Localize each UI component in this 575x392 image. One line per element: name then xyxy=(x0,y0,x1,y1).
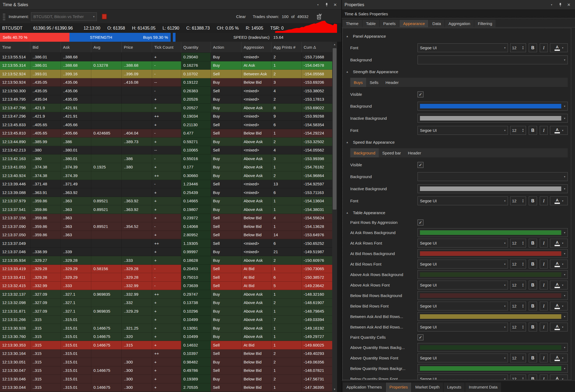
color-select[interactable]: ▾ xyxy=(418,343,568,352)
font-size-stepper[interactable]: 12 ▲▼ xyxy=(510,196,526,205)
stepper-down-icon[interactable]: ▼ xyxy=(522,285,524,287)
subtab-speed-bar[interactable]: Speed bar xyxy=(379,148,404,157)
table-row[interactable]: 12:13:39.088 ..363.91 ..363.92 + 0.25439… xyxy=(0,188,332,197)
font-family-select[interactable]: Segoe UI ▾ xyxy=(418,260,508,269)
table-row[interactable]: 12:13:42.213 ..380 ..380.01 -- 0.10065 S… xyxy=(0,146,332,155)
table-row[interactable]: 12:13:47.796 ..421.9 ..421.91 + 0.20527 … xyxy=(0,104,332,112)
table-row[interactable]: 12:13:30.164 ..315 ..315.01 ++ 0.10397 S… xyxy=(0,349,332,358)
table-row[interactable]: 12:13:45.810 ..405.65 ..405.66 0.424685 … xyxy=(0,129,332,138)
collapse-icon[interactable]: ▲ xyxy=(346,211,349,214)
italic-button[interactable]: I xyxy=(540,354,548,362)
table-row[interactable]: 12:13:41.053 ..374.38 ..374.39 0.1925 ..… xyxy=(0,163,332,172)
color-select[interactable]: ▾ xyxy=(418,312,568,321)
font-family-select[interactable]: Segoe UI ▾ xyxy=(418,323,508,331)
tab-table[interactable]: Table xyxy=(363,20,379,27)
font-size-stepper[interactable]: 12 ▲▼ xyxy=(510,375,526,380)
bold-button[interactable]: B xyxy=(529,260,537,269)
stepper-down-icon[interactable]: ▼ xyxy=(522,264,524,266)
bold-button[interactable]: B xyxy=(529,302,537,310)
italic-button[interactable]: I xyxy=(540,260,548,269)
bold-button[interactable]: B xyxy=(529,126,537,135)
table-row[interactable]: 12:13:37.979 ..359.86 ..363 0.89521 ..36… xyxy=(0,197,332,206)
stepper-down-icon[interactable]: ▼ xyxy=(522,358,524,360)
table-row[interactable]: 12:13:37.541 ..359.86 ..363 0.89521 ..36… xyxy=(0,205,332,214)
scrollbar-thumb[interactable] xyxy=(333,48,336,210)
tab-panels[interactable]: Panels xyxy=(380,20,399,27)
drag-handle-icon[interactable] xyxy=(3,13,5,20)
subtab-header[interactable]: Header xyxy=(404,148,425,157)
stepper-down-icon[interactable]: ▼ xyxy=(522,379,524,380)
table-row[interactable]: 12:13:37.049 ++ 1.19305 Sell <mixed> 6 -… xyxy=(0,239,332,248)
table-row[interactable]: 12:13:50.300 ..435.05 ..435.06 - 0.26383… xyxy=(0,87,332,95)
table-row[interactable]: 12:13:44.890 ..385.99 ..386 ..389.73 + 0… xyxy=(0,137,332,146)
bold-button[interactable]: B xyxy=(529,196,537,205)
font-color-button[interactable]: A ▾ xyxy=(550,323,568,331)
stepper-down-icon[interactable]: ▼ xyxy=(522,327,524,329)
stepper-down-icon[interactable]: ▼ xyxy=(522,201,524,203)
font-size-stepper[interactable]: 12 ▲▼ xyxy=(510,354,526,362)
scroll-up-icon[interactable]: ▲ xyxy=(332,42,337,47)
font-color-button[interactable]: A ▾ xyxy=(550,375,568,380)
table-row[interactable]: 12:13:35.934 ..329.27 ..329.28 ..333 + 0… xyxy=(0,256,332,265)
font-size-stepper[interactable]: 12 ▲▼ xyxy=(510,239,526,248)
column-header-tick-count[interactable]: Tick Count xyxy=(152,42,181,52)
column-header-action[interactable]: Action xyxy=(211,42,241,52)
clear-button[interactable]: Clear xyxy=(236,14,246,19)
table-row[interactable]: 12:13:50.924 ..435.05 ..435.06 ..416.08 … xyxy=(0,78,332,87)
table-row[interactable]: 12:13:30.044 ..315 ..315.01 0.146675 ..3… xyxy=(0,383,332,392)
checkbox[interactable]: ✓ xyxy=(418,162,423,168)
font-color-button[interactable]: A ▾ xyxy=(550,43,568,52)
instrument-color-button[interactable] xyxy=(102,14,107,19)
properties-pin-icon[interactable] xyxy=(557,2,564,8)
font-size-stepper[interactable]: 12 ▲▼ xyxy=(510,281,526,289)
table-row[interactable]: 12:13:52.924 ..393.01 ..399.16 ..396.09 … xyxy=(0,70,332,78)
tab-appearance[interactable]: Appearance xyxy=(399,20,428,27)
table-row[interactable]: 12:13:32.098 ..327.09 ..327.1 ..332 + 0.… xyxy=(0,299,332,307)
instrument-select[interactable]: BTCUSDT, Bitcoin vs Tether ▾ xyxy=(31,12,97,21)
bottom-tab-properties[interactable]: Properties xyxy=(386,383,411,392)
font-family-select[interactable]: Segoe UI ▾ xyxy=(418,354,508,362)
table-row[interactable]: 12:13:47.296 ..421.9 ..421.91 ++ 0.19034… xyxy=(0,112,332,121)
bottom-tab-application-themes[interactable]: Application Themes xyxy=(343,383,385,392)
table-row[interactable]: 12:13:37.156 ..359.86 ..363 + 0.23972 Se… xyxy=(0,214,332,223)
italic-button[interactable]: I xyxy=(540,302,548,310)
tab-aggregation[interactable]: Aggregation xyxy=(445,20,474,27)
color-select[interactable]: ▾ xyxy=(418,114,568,123)
subtab-header[interactable]: Header xyxy=(382,78,402,87)
font-color-button[interactable]: A ▾ xyxy=(550,239,568,248)
font-size-stepper[interactable]: 12 ▲▼ xyxy=(510,43,526,52)
table-row[interactable]: 12:13:32.137 ..327.09 ..327.1 0.969835 .… xyxy=(0,290,332,299)
column-header-bid[interactable]: Bid xyxy=(30,42,61,52)
italic-button[interactable]: I xyxy=(540,196,548,205)
font-family-select[interactable]: Segoe UI ▾ xyxy=(418,375,508,380)
table-row[interactable]: 12:13:30.353 ..315 ..315.01 0.146675 ..3… xyxy=(0,341,332,349)
subtab-sells[interactable]: Sells xyxy=(366,78,382,87)
column-header-cum-[interactable]: Cum Δ xyxy=(301,42,332,52)
checkbox[interactable]: ✓ xyxy=(418,220,423,225)
column-header-quantity[interactable]: Quantity xyxy=(181,42,211,52)
font-color-button[interactable]: A ▾ xyxy=(550,354,568,362)
table-row[interactable]: 12:13:30.051 ..315 ..315.01 ..300 + 0.98… xyxy=(0,358,332,366)
checkbox[interactable]: ✓ xyxy=(418,91,423,97)
color-select[interactable]: ▾ xyxy=(418,55,568,64)
italic-button[interactable]: I xyxy=(540,375,548,380)
table-row[interactable]: 12:13:42.163 ..380 ..380.01 ..386 - 0.55… xyxy=(0,154,332,163)
column-header-time[interactable]: Time xyxy=(0,42,30,52)
stepper-down-icon[interactable]: ▼ xyxy=(522,306,524,308)
ts-pin-icon[interactable] xyxy=(323,2,330,8)
font-color-button[interactable]: A ▾ xyxy=(550,281,568,289)
ts-close-icon[interactable]: ✕ xyxy=(332,2,339,8)
table-scrollbar[interactable]: ▲ ▼ xyxy=(332,42,337,392)
font-family-select[interactable]: Segoe UI ▾ xyxy=(418,281,508,289)
bottom-tab-layouts[interactable]: Layouts xyxy=(444,383,465,392)
italic-button[interactable]: I xyxy=(540,281,548,289)
color-select[interactable]: ▾ xyxy=(418,364,568,373)
color-select[interactable]: ▾ xyxy=(418,184,568,193)
bold-button[interactable]: B xyxy=(529,354,537,362)
table-row[interactable]: 12:13:37.046 ..338.99 ..339 + 0.99997 Bu… xyxy=(0,248,332,256)
font-size-stepper[interactable]: 12 ▲▼ xyxy=(510,302,526,310)
properties-close-icon[interactable]: ✕ xyxy=(565,2,572,8)
bold-button[interactable]: B xyxy=(529,281,537,289)
font-family-select[interactable]: Segoe UI ▾ xyxy=(418,43,508,52)
properties-menu-dropdown-icon[interactable]: ▾ xyxy=(548,2,555,8)
